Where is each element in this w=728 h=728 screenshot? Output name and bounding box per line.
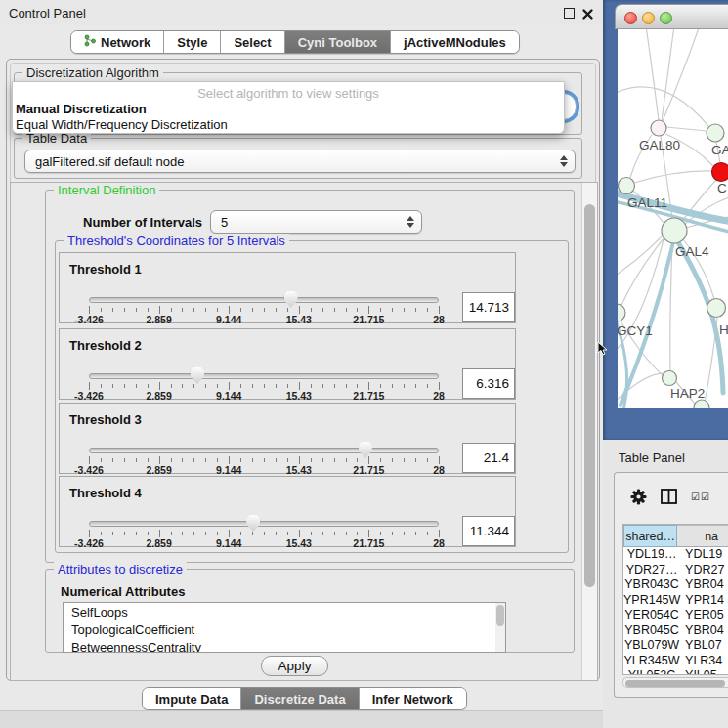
network-node-label: GCY1 bbox=[618, 323, 653, 338]
close-traffic-light-icon[interactable] bbox=[624, 12, 637, 24]
slider-tick-labels: -3.4262.8599.14415.4321.71528 bbox=[89, 390, 439, 402]
tab-network[interactable]: Network bbox=[71, 31, 163, 53]
top-tab-bar: Network Style Select Cyni Toolbox jActiv… bbox=[70, 30, 520, 54]
network-view-canvas[interactable]: GAL80GACGAL11GAL4GCY1HHAP2 bbox=[618, 29, 728, 408]
tick-mark bbox=[229, 456, 230, 464]
table-data-combobox[interactable]: galFiltered.sif default node bbox=[24, 150, 576, 173]
attribute-list-item[interactable]: SelfLoops bbox=[64, 603, 505, 621]
split-columns-icon[interactable] bbox=[661, 489, 677, 508]
popup-item-manual-discretization[interactable]: Manual Discretization bbox=[16, 102, 147, 116]
network-node[interactable] bbox=[619, 178, 635, 194]
tab-impute-data[interactable]: Impute Data bbox=[143, 688, 240, 709]
numerical-attributes-list[interactable]: SelfLoopsTopologicalCoefficientBetweenne… bbox=[63, 602, 506, 653]
vertical-scrollbar[interactable] bbox=[581, 183, 597, 680]
tick-label: 21.715 bbox=[353, 314, 384, 325]
table-subpanel: ☑☑ shared… na YDL19…YDL19YDR27…YDR27YBR0… bbox=[614, 472, 728, 698]
tick-mark bbox=[357, 308, 358, 312]
table-row[interactable]: YER054CYER05 bbox=[623, 608, 728, 623]
float-icon[interactable] bbox=[564, 8, 575, 19]
gear-icon[interactable] bbox=[630, 489, 647, 509]
slider-track[interactable] bbox=[89, 297, 439, 303]
tick-label: 2.859 bbox=[146, 464, 171, 476]
tick-mark bbox=[415, 532, 416, 535]
network-node[interactable] bbox=[663, 371, 677, 386]
threshold-slider[interactable]: -3.4262.8599.14415.4321.71528 bbox=[89, 368, 439, 401]
tick-mark bbox=[392, 458, 393, 462]
threshold-value-field[interactable]: 6.316 bbox=[462, 368, 515, 399]
column-header-name[interactable]: na bbox=[677, 525, 728, 547]
threshold-slider[interactable]: -3.4262.8599.14415.4321.71528 bbox=[89, 516, 439, 548]
table-row[interactable]: YLR345WYLR34 bbox=[623, 654, 728, 669]
network-node-label: GAL4 bbox=[675, 244, 709, 259]
scrollbar-thumb[interactable] bbox=[496, 605, 504, 626]
tab-jactivemnodules[interactable]: jActiveMNodules bbox=[390, 31, 519, 53]
table-horizontal-scrollbar[interactable] bbox=[622, 677, 728, 688]
threshold-value-field[interactable]: 21.4 bbox=[462, 443, 515, 473]
checkboxes-icon[interactable]: ☑☑ bbox=[691, 492, 710, 502]
close-icon[interactable] bbox=[581, 7, 594, 20]
tick-mark bbox=[311, 532, 312, 535]
scrollbar-thumb[interactable] bbox=[625, 680, 725, 687]
network-node[interactable] bbox=[707, 124, 724, 142]
tick-mark bbox=[240, 384, 241, 388]
tab-discretize-data[interactable]: Discretize Data bbox=[240, 688, 358, 709]
column-header-shared-name[interactable]: shared… bbox=[623, 525, 677, 547]
network-window-titlebar[interactable] bbox=[615, 4, 728, 29]
tick-mark bbox=[368, 382, 369, 390]
tick-mark bbox=[148, 384, 149, 388]
zoom-traffic-light-icon[interactable] bbox=[660, 12, 672, 24]
table-data-group: Table Data galFiltered.sif default node bbox=[14, 138, 582, 179]
threshold-value-field[interactable]: 14.713 bbox=[462, 292, 515, 322]
table-row[interactable]: YPR145WYPR14 bbox=[623, 593, 728, 609]
tick-label: 15.43 bbox=[286, 537, 312, 549]
network-node[interactable] bbox=[712, 163, 728, 182]
table-row[interactable]: YDR27…YDR27 bbox=[623, 563, 728, 578]
tab-select[interactable]: Select bbox=[220, 31, 283, 53]
shared-name-cell: YPR145W bbox=[623, 593, 680, 609]
network-node[interactable] bbox=[651, 120, 666, 136]
node-table[interactable]: shared… na YDL19…YDL19YDR27…YDR27YBR043C… bbox=[622, 524, 728, 675]
tab-style[interactable]: Style bbox=[163, 31, 220, 53]
tick-mark bbox=[101, 384, 102, 388]
threshold-slider[interactable]: -3.4262.8599.14415.4321.71528 bbox=[89, 292, 439, 324]
network-node[interactable] bbox=[707, 299, 726, 318]
tick-mark bbox=[322, 384, 323, 388]
network-node[interactable] bbox=[618, 304, 625, 321]
tick-mark bbox=[439, 382, 440, 390]
popup-item-equal-width-frequency[interactable]: Equal Width/Frequency Discretization bbox=[16, 117, 228, 132]
tick-mark bbox=[427, 308, 428, 312]
slider-track[interactable] bbox=[89, 448, 439, 453]
tick-label: 9.144 bbox=[216, 390, 241, 402]
tick-mark bbox=[124, 308, 125, 312]
tick-mark bbox=[439, 456, 440, 464]
threshold-value-field[interactable]: 11.344 bbox=[462, 516, 515, 546]
table-row[interactable]: YBR045CYBR04 bbox=[623, 623, 728, 639]
tick-mark bbox=[182, 532, 183, 535]
table-row[interactable]: YBL079WYBL07 bbox=[623, 638, 728, 654]
number-of-intervals-combobox[interactable]: 5 bbox=[210, 210, 422, 234]
tick-mark bbox=[101, 532, 102, 535]
tick-mark bbox=[124, 532, 125, 535]
tick-mark bbox=[182, 384, 183, 388]
table-row[interactable]: YBR043CYBR04 bbox=[623, 578, 728, 593]
scrollbar-thumb[interactable] bbox=[584, 204, 595, 587]
network-node-label: HAP2 bbox=[670, 386, 705, 401]
attribute-list-item[interactable]: BetweennessCentrality bbox=[64, 638, 505, 653]
network-node-label: C bbox=[717, 181, 727, 195]
apply-button[interactable]: Apply bbox=[261, 656, 328, 676]
table-row[interactable]: YDL19…YDL19 bbox=[623, 547, 728, 563]
threshold-slider[interactable]: -3.4262.8599.14415.4321.71528 bbox=[89, 443, 439, 475]
tab-cyni-toolbox[interactable]: Cyni Toolbox bbox=[284, 31, 390, 53]
tick-mark bbox=[415, 384, 416, 388]
table-data-value: galFiltered.sif default node bbox=[35, 154, 184, 169]
slider-track[interactable] bbox=[89, 521, 439, 527]
attribute-list-item[interactable]: TopologicalCoefficient bbox=[64, 621, 505, 638]
attributes-list-scrollbar[interactable] bbox=[495, 603, 505, 652]
slider-track[interactable] bbox=[89, 373, 439, 379]
tick-mark bbox=[171, 308, 172, 312]
network-node[interactable] bbox=[662, 218, 687, 243]
table-row[interactable]: YIL052CYIL05 bbox=[623, 668, 728, 675]
network-node[interactable] bbox=[694, 400, 709, 408]
tab-infer-network[interactable]: Infer Network bbox=[359, 688, 466, 709]
minimize-traffic-light-icon[interactable] bbox=[642, 12, 655, 24]
